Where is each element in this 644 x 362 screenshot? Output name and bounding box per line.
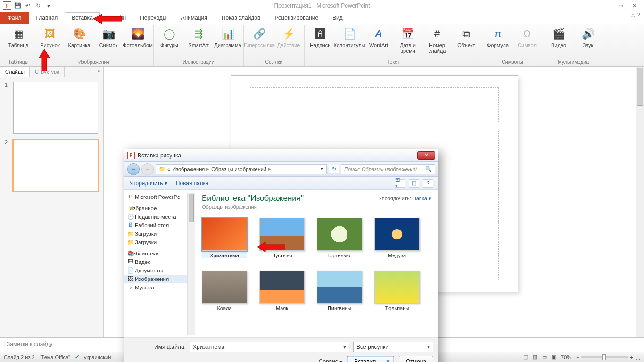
- dialog-titlebar[interactable]: P Вставка рисунка ✕: [124, 149, 438, 162]
- sidebar-item-video[interactable]: 🎞Видео: [124, 258, 195, 266]
- view-options-button[interactable]: 🖼 ▾: [395, 179, 405, 188]
- restore-button[interactable]: ▭: [615, 2, 626, 9]
- object-button[interactable]: ⧉Объект: [454, 25, 479, 48]
- slidenum-button[interactable]: #Номер слайда: [424, 25, 450, 54]
- smartart-icon: ⇶: [191, 26, 206, 41]
- filename-input[interactable]: Хризантема▾: [190, 342, 349, 352]
- sort-selector[interactable]: Упорядочить: Папка ▾: [379, 196, 431, 202]
- picture-icon: 🖼: [42, 26, 58, 41]
- textbox-button[interactable]: 🅰Надпись: [307, 25, 333, 48]
- organize-menu[interactable]: Упорядочить ▾: [129, 180, 167, 187]
- headerfooter-icon: 📄: [342, 26, 357, 41]
- view-sorter-icon[interactable]: ▥: [533, 354, 537, 360]
- file-item-Хризантема[interactable]: Хризантема: [202, 218, 247, 258]
- nav-back-button[interactable]: ←: [127, 163, 140, 175]
- tab-view[interactable]: Вид: [325, 12, 350, 24]
- view-normal-icon[interactable]: ▢: [523, 354, 528, 360]
- redo-icon[interactable]: ↻: [34, 1, 42, 10]
- tab-design[interactable]: Дизайн: [100, 12, 133, 24]
- file-item-Медуза[interactable]: Медуза: [374, 218, 420, 258]
- zoom-fit-icon[interactable]: ⛶: [635, 354, 640, 360]
- chevron-down-icon[interactable]: ▾: [321, 166, 323, 172]
- vertical-scrollbar[interactable]: [636, 67, 644, 337]
- file-item-Гортензия[interactable]: Гортензия: [317, 218, 362, 258]
- title-placeholder[interactable]: [250, 87, 499, 122]
- sidebar-item-powerpoint[interactable]: PMicrosoft PowerPc: [124, 193, 195, 201]
- view-slideshow-icon[interactable]: ▣: [552, 354, 556, 360]
- file-item-Пустыня[interactable]: Пустыня: [259, 218, 305, 258]
- sidebar-item-desktop[interactable]: 🖥Рабочий стол: [124, 221, 195, 230]
- sidebar-item-documents[interactable]: 📄Документы: [124, 266, 195, 275]
- view-reading-icon[interactable]: ▭: [542, 354, 547, 360]
- clipart-button[interactable]: 🎨Картинка: [66, 25, 92, 48]
- datetime-button[interactable]: 📅Дата и время: [395, 25, 421, 54]
- insert-button[interactable]: Вставить▼: [347, 356, 394, 362]
- dialog-sidebar: PMicrosoft PowerPc ★Избранное 🕘Недавние …: [124, 190, 195, 337]
- chart-button[interactable]: 📊Диаграмма: [215, 25, 240, 48]
- sidebar-item-images[interactable]: 🖼Изображения: [124, 275, 195, 283]
- panel-close-icon[interactable]: ×: [95, 67, 103, 77]
- close-button[interactable]: ✕: [629, 2, 640, 9]
- tab-slideshow[interactable]: Показ слайдов: [215, 12, 268, 24]
- minimize-button[interactable]: —: [601, 2, 612, 9]
- zoom-slider[interactable]: − + ⛶: [576, 354, 640, 360]
- group-illustrations: ◯Фигуры ⇶SmartArt 📊Диаграмма Иллюстрации: [154, 25, 244, 66]
- file-item-Маяк[interactable]: Маяк: [259, 271, 305, 311]
- search-input[interactable]: Поиск: Образцы изображений 🔍: [341, 164, 435, 174]
- cancel-button[interactable]: Отмена: [399, 356, 433, 362]
- shapes-button[interactable]: ◯Фигуры: [157, 25, 182, 48]
- save-icon[interactable]: 💾: [13, 1, 22, 10]
- tab-file[interactable]: Файл: [0, 12, 29, 24]
- tools-menu[interactable]: Сервис ▾: [319, 358, 342, 362]
- slide-thumb-1[interactable]: 1: [5, 82, 99, 134]
- equation-button[interactable]: πФормула: [485, 25, 511, 48]
- dialog-help-icon[interactable]: ?: [423, 179, 433, 188]
- sidebar-item-favorites[interactable]: ★Избранное: [124, 204, 195, 213]
- sidebar-item-downloads[interactable]: 📁Загрузки: [124, 230, 195, 238]
- panel-tab-slides[interactable]: Слайды: [0, 67, 30, 77]
- spellcheck-icon[interactable]: ✔: [75, 354, 79, 360]
- sidebar-item-libraries[interactable]: 📚Библиотеки: [124, 249, 195, 258]
- filetype-filter[interactable]: Все рисунки▾: [353, 342, 433, 352]
- audio-button[interactable]: 🔊Звук: [575, 25, 601, 48]
- tab-transitions[interactable]: Переходы: [133, 12, 173, 24]
- wordart-button[interactable]: AWordArt: [366, 25, 391, 48]
- help-icon[interactable]: ?: [637, 12, 640, 18]
- table-button[interactable]: ▦Таблица: [6, 25, 31, 48]
- status-language[interactable]: украинский: [84, 354, 111, 360]
- sidebar-item-downloads-2[interactable]: 📁Загрузки: [124, 238, 195, 247]
- textbox-icon: 🅰: [313, 26, 328, 41]
- dialog-footer: Имя файла: Хризантема▾ Все рисунки▾ Серв…: [124, 337, 438, 362]
- panel-tab-outline[interactable]: Структура: [30, 67, 65, 77]
- album-button[interactable]: 🌄Фотоальбом: [125, 25, 150, 48]
- picture-button[interactable]: 🖼Рисунок: [37, 25, 63, 48]
- sidebar-item-music[interactable]: ♪Музыка: [124, 283, 195, 292]
- slide-thumb-2[interactable]: 2: [5, 140, 99, 191]
- newfolder-button[interactable]: Новая папка: [176, 180, 209, 187]
- video-button[interactable]: 🎬Видео: [546, 25, 571, 48]
- refresh-button[interactable]: ↻: [329, 165, 339, 173]
- headerfooter-button[interactable]: 📄Колонтитулы: [337, 25, 362, 48]
- ribbon-minimize-icon[interactable]: △: [631, 12, 635, 18]
- zoom-in-icon[interactable]: +: [630, 354, 633, 360]
- tab-review[interactable]: Рецензирование: [267, 12, 325, 24]
- tab-animations[interactable]: Анимация: [173, 12, 214, 24]
- smartart-button[interactable]: ⇶SmartArt: [186, 25, 211, 48]
- dialog-close-button[interactable]: ✕: [417, 151, 435, 160]
- qat-dropdown-icon[interactable]: ▾: [44, 1, 53, 10]
- breadcrumb[interactable]: 📁 « Изображения ▸ Образцы изображений ▸ …: [156, 164, 327, 174]
- file-item-Коала[interactable]: Коала: [202, 271, 247, 311]
- undo-icon[interactable]: ↶: [24, 1, 32, 10]
- tab-home[interactable]: Главная: [29, 12, 65, 24]
- search-icon: 🔍: [425, 166, 432, 172]
- preview-pane-button[interactable]: ◫: [409, 179, 419, 188]
- tab-insert[interactable]: Вставка: [65, 12, 100, 24]
- zoom-out-icon[interactable]: −: [576, 354, 579, 360]
- sidebar-scrollbar[interactable]: [187, 193, 195, 335]
- file-item-Пингвины[interactable]: Пингвины: [317, 271, 362, 311]
- group-images: 🖼Рисунок 🎨Картинка 📷Снимок 🌄Фотоальбом И…: [34, 25, 154, 66]
- screenshot-button[interactable]: 📷Снимок: [96, 25, 121, 48]
- hyperlink-button: 🔗Гиперссылка: [247, 25, 272, 48]
- sidebar-item-recent[interactable]: 🕘Недавние места: [124, 213, 195, 221]
- file-item-Тюльпаны[interactable]: Тюльпаны: [374, 271, 420, 311]
